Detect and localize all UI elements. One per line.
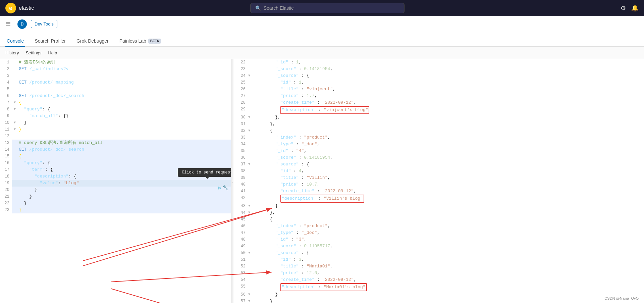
- tooltip-arrow: [205, 177, 209, 179]
- output-line: 23 "_score" : 0.14181954,: [233, 66, 644, 72]
- output-line: 43 ▼ }: [233, 203, 644, 209]
- output-line-highlighted: 29 "description" : "vinjcent's blog": [233, 106, 644, 114]
- gutter-icons: ▷ 🔧: [219, 185, 228, 191]
- output-line: 47 "_type" : "_doc",: [233, 230, 644, 236]
- editor-line: 21 }: [0, 193, 231, 200]
- output-line: 44 ▼ },: [233, 209, 644, 216]
- output-line: 51 "id" : 3,: [233, 256, 644, 263]
- tab-search-profiler[interactable]: Search Profiler: [33, 36, 67, 47]
- tab-console[interactable]: Console: [5, 36, 25, 47]
- tab-search-profiler-label: Search Profiler: [35, 38, 66, 44]
- editor-line: 19 "value": "blog": [0, 180, 231, 187]
- editor-line: 4 GET /product/_mapping: [0, 79, 231, 86]
- editor-line: 9 "match_all": {}: [0, 113, 231, 119]
- editor-line: 15 {: [0, 153, 231, 160]
- output-line: 36 "_score" : 0.14181954,: [233, 154, 644, 161]
- editor-line: 14 GET /product/_doc/_search: [0, 146, 231, 153]
- action-bar: History Settings Help 200 - OK 66 ms: [0, 47, 644, 59]
- global-search-bar[interactable]: 🔍 Search Elastic: [250, 3, 405, 13]
- output-panel: 22 "_id" : 1, 23 "_score" : 0.14181954, …: [233, 59, 644, 303]
- editor-line: 2 GET /_cat/indices?v: [0, 66, 231, 72]
- output-line: 50 ▼ "_source" : {: [233, 250, 644, 256]
- hamburger-menu-icon[interactable]: ☰: [5, 20, 11, 28]
- output-line: 54 "create_time" : "2022-09-12",: [233, 276, 644, 283]
- output-line-highlighted: 55 "description" : "Maria01's blog": [233, 283, 644, 291]
- editor-panel[interactable]: 1 # 查看ES中的索引 2 GET /_cat/indices?v 3 4 G…: [0, 59, 231, 303]
- description-highlight-3: "description" : "Maria01's blog": [280, 283, 367, 291]
- elastic-logo[interactable]: e elastic: [5, 3, 34, 13]
- tab-console-label: Console: [7, 38, 24, 44]
- output-line: 38 "id" : 4,: [233, 168, 644, 174]
- search-icon: 🔍: [255, 5, 261, 11]
- send-request-tooltip: Click to send request: [178, 168, 231, 177]
- editor-line: 6 GET /product/_doc/_search: [0, 93, 231, 99]
- output-line: 26 "title" : "vinjcent",: [233, 86, 644, 93]
- output-lines: 22 "_id" : 1, 23 "_score" : 0.14181954, …: [233, 59, 644, 303]
- editor-line: 10 ▼ }: [0, 119, 231, 126]
- output-line: 30 ▼ },: [233, 114, 644, 121]
- output-line: 35 "_id" : "4",: [233, 148, 644, 154]
- search-bar-placeholder: Search Elastic: [264, 5, 293, 11]
- help-button[interactable]: Help: [48, 50, 57, 55]
- description-highlight-1: "description" : "vinjcent's blog": [280, 106, 369, 114]
- run-icon[interactable]: ▷: [219, 185, 221, 191]
- output-line: 22 "_id" : 1,: [233, 59, 644, 66]
- breadcrumb-bar: ☰ D Dev Tools: [0, 16, 644, 32]
- output-line: 39 "title" : "Villin",: [233, 174, 644, 181]
- watermark: CSDN @Naijia_OvO: [604, 296, 639, 300]
- editor-line: 13 # query DSL语法,查询所有 match_all: [0, 140, 231, 146]
- output-line: 37 ▼ "_source" : {: [233, 161, 644, 168]
- top-bar-icons: ⚙ 🔔: [621, 4, 639, 12]
- notifications-icon[interactable]: ⚙: [621, 4, 626, 12]
- output-line: 49 "_score" : 0.11955717,: [233, 243, 644, 250]
- editor-line: 23 }: [0, 207, 231, 213]
- settings-button[interactable]: Settings: [25, 50, 41, 55]
- wrench-icon[interactable]: 🔧: [223, 185, 228, 191]
- editor-line: 12: [0, 133, 231, 140]
- editor-line: 22 }: [0, 200, 231, 207]
- output-line: 41 "create_time" : "2022-09-12",: [233, 188, 644, 195]
- main-area: 1 # 查看ES中的索引 2 GET /_cat/indices?v 3 4 G…: [0, 59, 644, 303]
- tooltip-text: Click to send request: [182, 170, 231, 175]
- output-line: 31 },: [233, 121, 644, 128]
- output-line: 57 ▼ }: [233, 298, 644, 303]
- editor-line: 3: [0, 72, 231, 79]
- editor-line: 20 }: [0, 187, 231, 193]
- elastic-logo-icon: e: [5, 3, 16, 13]
- editor-line: 1 # 查看ES中的索引: [0, 59, 231, 66]
- avatar[interactable]: D: [17, 19, 27, 29]
- output-line: 33 "_index" : "product",: [233, 134, 644, 141]
- output-line: 46 "_index" : "product",: [233, 223, 644, 230]
- output-line: 53 "price" : 12.0,: [233, 270, 644, 276]
- output-line: 40 "price" : 10.7,: [233, 181, 644, 188]
- output-line: 27 "price" : 1.7,: [233, 93, 644, 99]
- editor-line: 16 "query": {: [0, 160, 231, 166]
- output-line: 48 "_id" : "3",: [233, 236, 644, 243]
- output-line: 25 "id" : 1,: [233, 79, 644, 86]
- beta-badge: BETA: [148, 39, 161, 44]
- top-navigation-bar: e elastic 🔍 Search Elastic ⚙ 🔔: [0, 0, 644, 16]
- alerts-icon[interactable]: 🔔: [631, 4, 639, 12]
- output-line: 56 ▼ }: [233, 291, 644, 298]
- output-line: 45 {: [233, 216, 644, 223]
- history-button[interactable]: History: [5, 50, 19, 55]
- svg-text:e: e: [9, 5, 12, 11]
- output-line: 52 "title" : "Maria01",: [233, 263, 644, 270]
- dev-tools-button[interactable]: Dev Tools: [31, 20, 57, 28]
- editor-line: 8 ▼ "query": {: [0, 106, 231, 113]
- elastic-logo-text: elastic: [19, 5, 34, 11]
- editor-lines: 1 # 查看ES中的索引 2 GET /_cat/indices?v 3 4 G…: [0, 59, 231, 213]
- editor-line: 5: [0, 86, 231, 93]
- description-highlight-2: "description" : "Villin's blog": [280, 195, 364, 203]
- tab-grok-debugger-label: Grok Debugger: [76, 38, 109, 44]
- editor-line: 11 ▼ }: [0, 126, 231, 133]
- output-line: 24 ▼ "_source" : {: [233, 72, 644, 79]
- editor-line: 7 ▼ {: [0, 99, 231, 106]
- tabs-bar: Console Search Profiler Grok Debugger Pa…: [0, 32, 644, 47]
- output-line: 28 "create_time" : "2022-09-12",: [233, 99, 644, 106]
- search-bar-container: 🔍 Search Elastic: [38, 3, 616, 13]
- tab-painless-lab[interactable]: Painless Lab BETA: [118, 36, 163, 47]
- tab-grok-debugger[interactable]: Grok Debugger: [75, 36, 110, 47]
- output-line: 34 "_type" : "_doc",: [233, 141, 644, 148]
- output-line: 32 ▼ {: [233, 128, 644, 134]
